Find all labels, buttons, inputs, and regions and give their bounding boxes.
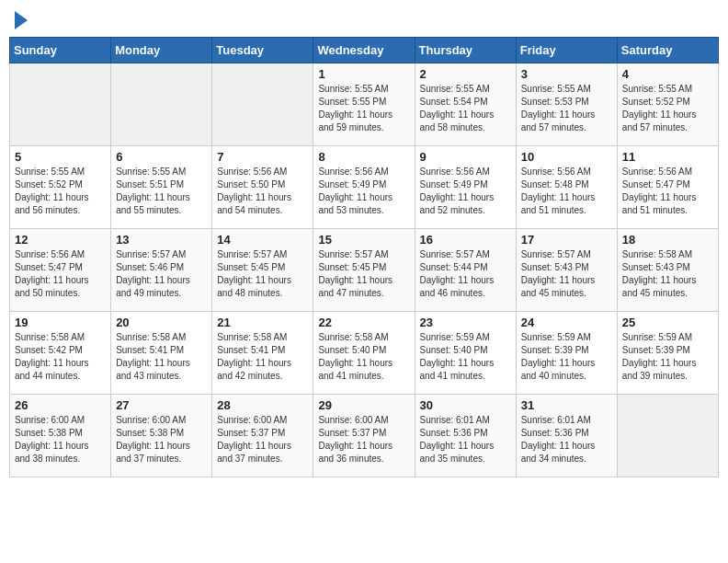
day-number: 24: [521, 316, 612, 329]
day-number: 12: [15, 233, 106, 247]
week-row-3: 12Sunrise: 5:56 AM Sunset: 5:47 PM Dayli…: [10, 229, 719, 312]
day-info: Sunrise: 5:59 AM Sunset: 5:40 PM Dayligh…: [420, 331, 511, 383]
day-number: 22: [318, 316, 409, 329]
calendar-cell: 27Sunrise: 6:00 AM Sunset: 5:38 PM Dayli…: [111, 395, 212, 477]
calendar-cell: 10Sunrise: 5:56 AM Sunset: 5:48 PM Dayli…: [516, 146, 617, 229]
week-row-4: 19Sunrise: 5:58 AM Sunset: 5:42 PM Dayli…: [10, 312, 719, 395]
day-number: 6: [116, 150, 207, 164]
day-info: Sunrise: 5:56 AM Sunset: 5:50 PM Dayligh…: [217, 166, 308, 217]
day-info: Sunrise: 6:00 AM Sunset: 5:38 PM Dayligh…: [116, 414, 207, 465]
day-info: Sunrise: 5:59 AM Sunset: 5:39 PM Dayligh…: [521, 331, 612, 383]
day-number: 28: [217, 398, 308, 412]
day-info: Sunrise: 5:56 AM Sunset: 5:49 PM Dayligh…: [420, 166, 511, 217]
day-number: 10: [521, 150, 612, 164]
calendar-cell: 31Sunrise: 6:01 AM Sunset: 5:36 PM Dayli…: [516, 395, 617, 477]
weekday-sunday: Sunday: [10, 38, 111, 63]
day-info: Sunrise: 5:55 AM Sunset: 5:51 PM Dayligh…: [116, 166, 207, 217]
day-number: 16: [420, 233, 511, 247]
calendar-cell: 20Sunrise: 5:58 AM Sunset: 5:41 PM Dayli…: [111, 312, 212, 395]
calendar-cell: 9Sunrise: 5:56 AM Sunset: 5:49 PM Daylig…: [415, 146, 516, 229]
day-info: Sunrise: 5:57 AM Sunset: 5:43 PM Dayligh…: [521, 248, 612, 300]
day-number: 5: [15, 150, 106, 164]
day-number: 14: [217, 233, 308, 247]
calendar-cell: 11Sunrise: 5:56 AM Sunset: 5:47 PM Dayli…: [617, 146, 718, 229]
day-info: Sunrise: 5:58 AM Sunset: 5:42 PM Dayligh…: [15, 331, 106, 383]
day-info: Sunrise: 5:55 AM Sunset: 5:52 PM Dayligh…: [15, 166, 106, 217]
calendar-cell: 29Sunrise: 6:00 AM Sunset: 5:37 PM Dayli…: [313, 395, 415, 477]
day-number: 26: [15, 398, 106, 412]
day-info: Sunrise: 5:55 AM Sunset: 5:52 PM Dayligh…: [622, 83, 713, 134]
calendar-cell: [10, 63, 111, 146]
logo: [13, 9, 28, 29]
weekday-tuesday: Tuesday: [212, 38, 313, 63]
weekday-wednesday: Wednesday: [313, 38, 415, 63]
page-header: [9, 9, 719, 29]
day-info: Sunrise: 5:57 AM Sunset: 5:44 PM Dayligh…: [420, 248, 511, 300]
day-number: 1: [318, 67, 409, 81]
calendar-cell: [617, 395, 718, 477]
day-info: Sunrise: 6:00 AM Sunset: 5:38 PM Dayligh…: [15, 414, 106, 465]
day-info: Sunrise: 5:56 AM Sunset: 5:49 PM Dayligh…: [318, 166, 409, 217]
weekday-header-row: SundayMondayTuesdayWednesdayThursdayFrid…: [10, 38, 719, 63]
calendar-cell: 8Sunrise: 5:56 AM Sunset: 5:49 PM Daylig…: [313, 146, 415, 229]
day-info: Sunrise: 6:01 AM Sunset: 5:36 PM Dayligh…: [521, 414, 612, 465]
day-number: 29: [318, 398, 409, 412]
day-info: Sunrise: 5:57 AM Sunset: 5:46 PM Dayligh…: [116, 248, 207, 300]
day-number: 3: [521, 67, 612, 81]
calendar-body: 1Sunrise: 5:55 AM Sunset: 5:55 PM Daylig…: [10, 63, 719, 477]
day-number: 21: [217, 316, 308, 329]
weekday-thursday: Thursday: [415, 38, 516, 63]
calendar-cell: 15Sunrise: 5:57 AM Sunset: 5:45 PM Dayli…: [313, 229, 415, 312]
weekday-monday: Monday: [111, 38, 212, 63]
calendar-cell: 16Sunrise: 5:57 AM Sunset: 5:44 PM Dayli…: [415, 229, 516, 312]
logo-arrow-icon: [15, 11, 28, 29]
day-number: 11: [622, 150, 713, 164]
calendar-cell: 24Sunrise: 5:59 AM Sunset: 5:39 PM Dayli…: [516, 312, 617, 395]
day-number: 2: [420, 67, 511, 81]
day-info: Sunrise: 5:58 AM Sunset: 5:41 PM Dayligh…: [116, 331, 207, 383]
day-info: Sunrise: 5:59 AM Sunset: 5:39 PM Dayligh…: [622, 331, 713, 383]
calendar-cell: 5Sunrise: 5:55 AM Sunset: 5:52 PM Daylig…: [10, 146, 111, 229]
day-info: Sunrise: 6:01 AM Sunset: 5:36 PM Dayligh…: [420, 414, 511, 465]
day-info: Sunrise: 5:55 AM Sunset: 5:55 PM Dayligh…: [318, 83, 409, 134]
day-number: 20: [116, 316, 207, 329]
day-info: Sunrise: 5:56 AM Sunset: 5:47 PM Dayligh…: [622, 166, 713, 217]
calendar-cell: 26Sunrise: 6:00 AM Sunset: 5:38 PM Dayli…: [10, 395, 111, 477]
calendar-cell: [111, 63, 212, 146]
week-row-2: 5Sunrise: 5:55 AM Sunset: 5:52 PM Daylig…: [10, 146, 719, 229]
day-number: 27: [116, 398, 207, 412]
day-number: 23: [420, 316, 511, 329]
day-number: 4: [622, 67, 713, 81]
day-number: 30: [420, 398, 511, 412]
calendar-cell: 19Sunrise: 5:58 AM Sunset: 5:42 PM Dayli…: [10, 312, 111, 395]
calendar-cell: 3Sunrise: 5:55 AM Sunset: 5:53 PM Daylig…: [516, 63, 617, 146]
day-number: 9: [420, 150, 511, 164]
day-number: 8: [318, 150, 409, 164]
calendar-cell: 1Sunrise: 5:55 AM Sunset: 5:55 PM Daylig…: [313, 63, 415, 146]
day-number: 15: [318, 233, 409, 247]
calendar-cell: [212, 63, 313, 146]
day-info: Sunrise: 5:56 AM Sunset: 5:47 PM Dayligh…: [15, 248, 106, 300]
calendar-cell: 25Sunrise: 5:59 AM Sunset: 5:39 PM Dayli…: [617, 312, 718, 395]
calendar-cell: 2Sunrise: 5:55 AM Sunset: 5:54 PM Daylig…: [415, 63, 516, 146]
calendar-cell: 22Sunrise: 5:58 AM Sunset: 5:40 PM Dayli…: [313, 312, 415, 395]
day-number: 7: [217, 150, 308, 164]
calendar-cell: 13Sunrise: 5:57 AM Sunset: 5:46 PM Dayli…: [111, 229, 212, 312]
calendar-cell: 14Sunrise: 5:57 AM Sunset: 5:45 PM Dayli…: [212, 229, 313, 312]
calendar-cell: 30Sunrise: 6:01 AM Sunset: 5:36 PM Dayli…: [415, 395, 516, 477]
day-info: Sunrise: 5:55 AM Sunset: 5:53 PM Dayligh…: [521, 83, 612, 134]
day-number: 18: [622, 233, 713, 247]
calendar-cell: 28Sunrise: 6:00 AM Sunset: 5:37 PM Dayli…: [212, 395, 313, 477]
weekday-saturday: Saturday: [617, 38, 718, 63]
day-info: Sunrise: 5:57 AM Sunset: 5:45 PM Dayligh…: [217, 248, 308, 300]
day-number: 19: [15, 316, 106, 329]
day-info: Sunrise: 5:58 AM Sunset: 5:41 PM Dayligh…: [217, 331, 308, 383]
weekday-friday: Friday: [516, 38, 617, 63]
calendar-cell: 23Sunrise: 5:59 AM Sunset: 5:40 PM Dayli…: [415, 312, 516, 395]
week-row-1: 1Sunrise: 5:55 AM Sunset: 5:55 PM Daylig…: [10, 63, 719, 146]
day-number: 25: [622, 316, 713, 329]
day-info: Sunrise: 6:00 AM Sunset: 5:37 PM Dayligh…: [318, 414, 409, 465]
day-number: 17: [521, 233, 612, 247]
calendar-cell: 4Sunrise: 5:55 AM Sunset: 5:52 PM Daylig…: [617, 63, 718, 146]
day-info: Sunrise: 6:00 AM Sunset: 5:37 PM Dayligh…: [217, 414, 308, 465]
